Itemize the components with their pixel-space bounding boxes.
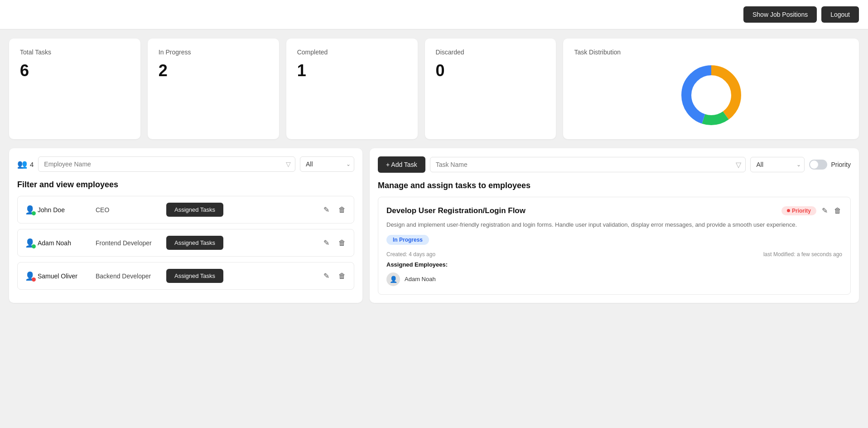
people-icon: 👥 [17, 159, 27, 169]
discarded-card: Discarded 0 [425, 39, 556, 139]
employee-filter-select[interactable]: All CEO Developer [300, 156, 354, 172]
total-tasks-value: 6 [20, 61, 130, 80]
employee-row: 👤 Samuel Oliver Backend Developer Assign… [17, 262, 354, 290]
discarded-label: Discarded [436, 49, 545, 56]
employee-search-input[interactable] [38, 156, 295, 172]
employee-filter-wrap: All CEO Developer ⌄ [300, 156, 354, 172]
task-search-input[interactable] [430, 157, 746, 172]
task-distribution-card: Task Distribution [563, 39, 859, 139]
task-modified: last Modified: a few seconds ago [763, 251, 842, 258]
assigned-avatar-row: 👤 Adam Noah [386, 272, 842, 286]
stats-row: Total Tasks 6 In Progress 2 Completed 1 … [0, 29, 868, 144]
employee-name: Samuel Oliver [38, 272, 77, 280]
logout-button[interactable]: Logout [821, 6, 859, 23]
delete-employee-button[interactable]: 🗑 [338, 238, 347, 248]
employee-role: Backend Developer [96, 272, 159, 280]
edit-task-button[interactable]: ✎ [821, 205, 829, 216]
task-filter-wrap: All In Progress Completed Discarded ⌄ [750, 157, 805, 172]
assigned-tasks-button[interactable]: Assigned Tasks [166, 269, 223, 283]
employee-filter-icon: ▽ [286, 160, 291, 168]
employee-panel-title: Filter and view employees [17, 180, 354, 190]
employee-row-actions: ✎ 🗑 [323, 271, 347, 281]
delete-task-button[interactable]: 🗑 [833, 206, 842, 216]
edit-employee-button[interactable]: ✎ [323, 271, 330, 281]
person-icon: 👤 [25, 271, 35, 281]
discarded-value: 0 [436, 61, 545, 80]
person-icon: 👤 [25, 205, 35, 215]
total-tasks-label: Total Tasks [20, 49, 130, 56]
assigned-employees-label: Assigned Employees: [386, 261, 842, 268]
employee-row: 👤 Adam Noah Frontend Developer Assigned … [17, 229, 354, 257]
person-icon: 👤 [25, 238, 35, 248]
main-content: 👥 4 ▽ All CEO Developer ⌄ Filter and vie… [0, 144, 868, 312]
task-meta: Created: 4 days ago last Modified: a few… [386, 251, 842, 258]
employee-role: Frontend Developer [96, 239, 159, 247]
employee-avatar-wrap: 👤 Adam Noah [25, 238, 88, 248]
task-filter-select[interactable]: All In Progress Completed Discarded [750, 157, 805, 172]
edit-employee-button[interactable]: ✎ [323, 204, 330, 215]
employee-panel: 👥 4 ▽ All CEO Developer ⌄ Filter and vie… [9, 148, 362, 303]
completed-value: 1 [297, 61, 407, 80]
employee-search-wrap: ▽ [38, 156, 295, 172]
priority-badge-label: Priority [792, 208, 811, 214]
employee-avatar-wrap: 👤 Samuel Oliver [25, 271, 88, 281]
status-dot-green [32, 244, 36, 248]
in-progress-card: In Progress 2 [148, 39, 279, 139]
total-tasks-card: Total Tasks 6 [9, 39, 140, 139]
employee-row: 👤 John Doe CEO Assigned Tasks ✎ 🗑 [17, 196, 354, 224]
edit-employee-button[interactable]: ✎ [323, 238, 330, 248]
employee-name: Adam Noah [38, 239, 71, 247]
employee-name: John Doe [38, 206, 65, 214]
employee-row-actions: ✎ 🗑 [323, 238, 347, 248]
task-distribution-label: Task Distribution [574, 49, 848, 56]
delete-employee-button[interactable]: 🗑 [338, 204, 347, 215]
add-task-button[interactable]: + Add Task [378, 156, 425, 173]
show-job-positions-button[interactable]: Show Job Positions [743, 6, 817, 23]
task-toolbar: + Add Task ▽ All In Progress Completed D… [378, 156, 851, 173]
completed-label: Completed [297, 49, 407, 56]
status-dot-green [32, 211, 36, 215]
priority-badge: Priority [781, 206, 816, 215]
assigned-tasks-button[interactable]: Assigned Tasks [166, 203, 223, 217]
employee-toolbar: 👥 4 ▽ All CEO Developer ⌄ [17, 156, 354, 172]
task-title: Develop User Registration/Login Flow [386, 206, 777, 215]
svg-point-3 [693, 77, 729, 113]
task-filter-icon: ▽ [736, 160, 741, 169]
completed-card: Completed 1 [286, 39, 418, 139]
task-card-header: Develop User Registration/Login Flow Pri… [386, 205, 842, 216]
employee-list: 👤 John Doe CEO Assigned Tasks ✎ 🗑 👤 [17, 196, 354, 290]
task-card: Develop User Registration/Login Flow Pri… [378, 197, 851, 295]
assigned-employee-name: Adam Noah [405, 276, 436, 282]
in-progress-value: 2 [159, 61, 268, 80]
in-progress-label: In Progress [159, 49, 268, 56]
task-created: Created: 4 days ago [386, 251, 435, 258]
employee-row-actions: ✎ 🗑 [323, 204, 347, 215]
assigned-tasks-button[interactable]: Assigned Tasks [166, 236, 223, 250]
avatar: 👤 [386, 272, 400, 286]
employee-count-value: 4 [30, 160, 34, 168]
task-panel-title: Manage and assign tasks to employees [378, 181, 851, 190]
priority-dot [787, 209, 790, 212]
employee-role: CEO [96, 206, 159, 214]
priority-toggle-wrap: Priority [809, 160, 851, 170]
employee-count: 👥 4 [17, 159, 34, 169]
task-status-badge: In Progress [386, 235, 429, 245]
priority-toggle[interactable] [809, 160, 827, 170]
header: Show Job Positions Logout [0, 0, 868, 29]
status-dot-red [32, 277, 36, 282]
task-search-wrap: ▽ [430, 157, 746, 172]
task-description: Design and implement user-friendly regis… [386, 220, 842, 229]
task-panel: + Add Task ▽ All In Progress Completed D… [370, 148, 859, 303]
priority-toggle-label: Priority [831, 161, 851, 168]
employee-avatar-wrap: 👤 John Doe [25, 205, 88, 215]
delete-employee-button[interactable]: 🗑 [338, 271, 347, 281]
donut-chart [574, 61, 848, 129]
